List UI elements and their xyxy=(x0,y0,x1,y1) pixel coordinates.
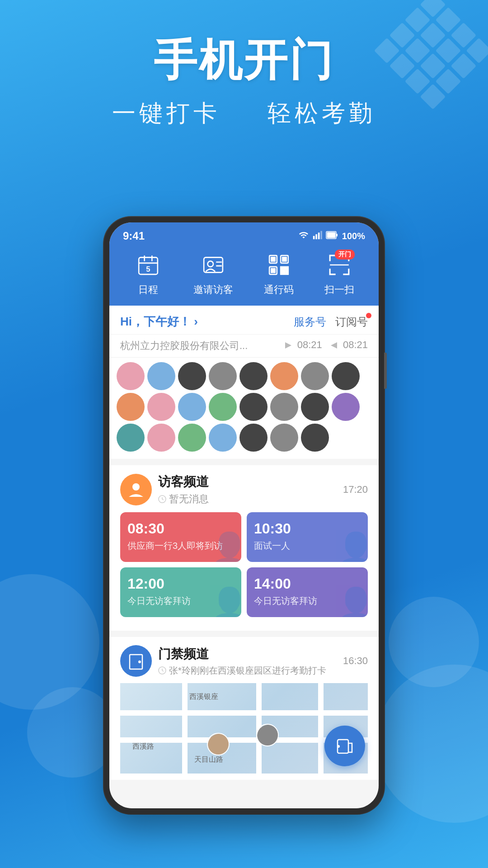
svg-rect-3 xyxy=(320,231,322,239)
msg-text: 杭州立力控胶股份有限公司... xyxy=(120,339,248,353)
subscribe-dot xyxy=(366,313,371,318)
svg-rect-6 xyxy=(327,232,335,238)
avatar[interactable] xyxy=(178,424,206,452)
tab-service[interactable]: 服务号 xyxy=(294,315,326,329)
event-card-0[interactable]: 08:30 供应商一行3人即将到访 👤 xyxy=(120,512,241,562)
svg-rect-23 xyxy=(284,267,288,269)
bg-circle-4 xyxy=(389,597,479,687)
avatar-row-1 xyxy=(117,362,371,390)
svg-rect-20 xyxy=(282,257,286,261)
avatar[interactable] xyxy=(239,362,267,390)
status-time: 9:41 xyxy=(123,230,145,242)
door-channel: 门禁频道 张*玲刚刚在西溪银座园区进行考勤打卡 16:30 xyxy=(109,637,379,780)
phone-side-button xyxy=(384,353,387,389)
sub-title-part2: 轻松考勤 xyxy=(267,100,376,126)
avatar[interactable] xyxy=(301,362,329,390)
signal-icon xyxy=(312,230,322,242)
hero-section: 手机开门 一键打卡 轻松考勤 xyxy=(0,36,488,129)
status-icons: 100% xyxy=(299,230,365,242)
app-nav: 5 日程 xyxy=(109,250,379,297)
event-bg-icon-3: 👤 xyxy=(336,585,368,617)
event-bg-icon-1: 👤 xyxy=(336,530,368,562)
avatar[interactable] xyxy=(147,362,175,390)
visitor-channel-time: 17:20 xyxy=(343,484,368,495)
event-cards: 08:30 供应商一行3人即将到访 👤 10:30 面试一人 👤 12:00 今… xyxy=(120,512,368,624)
avatar[interactable] xyxy=(332,393,360,421)
scan-icon: 开门 xyxy=(325,250,354,279)
nav-label-schedule: 日程 xyxy=(138,283,158,297)
tab-subscribe[interactable]: 订阅号 xyxy=(335,315,368,329)
battery-pct: 100% xyxy=(342,231,365,241)
sub-title-part1: 一键打卡 xyxy=(112,100,221,126)
scan-badge: 开门 xyxy=(335,250,355,259)
avatar[interactable] xyxy=(117,393,145,421)
message-preview[interactable]: 杭州立力控胶股份有限公司... 08:21 08:21 xyxy=(109,335,379,358)
msg-time2: 08:21 xyxy=(329,339,368,353)
event-bg-icon-2: 👤 xyxy=(210,585,241,617)
nav-label-pass: 通行码 xyxy=(264,283,294,297)
avatar[interactable] xyxy=(209,393,237,421)
avatar[interactable] xyxy=(239,424,267,452)
event-card-2[interactable]: 12:00 今日无访客拜访 👤 xyxy=(120,567,241,617)
avatar[interactable] xyxy=(178,393,206,421)
door-channel-header: 门禁频道 张*玲刚刚在西溪银座园区进行考勤打卡 16:30 xyxy=(120,645,368,677)
avatar[interactable] xyxy=(209,424,237,452)
svg-rect-0 xyxy=(313,236,315,239)
section-divider xyxy=(109,459,379,465)
fab-button[interactable] xyxy=(324,726,365,766)
visitor-channel-avatar xyxy=(120,474,152,505)
greeting-text[interactable]: Hi，下午好！ › xyxy=(120,314,198,330)
door-channel-name: 门禁频道 xyxy=(158,646,337,663)
event-card-3[interactable]: 14:00 今日无访客拜访 👤 xyxy=(247,567,368,617)
svg-point-27 xyxy=(132,483,140,491)
avatar[interactable] xyxy=(117,362,145,390)
door-channel-info: 门禁频道 张*玲刚刚在西溪银座园区进行考勤打卡 xyxy=(158,646,337,677)
phone-screen: 9:41 xyxy=(109,222,379,808)
svg-point-33 xyxy=(337,745,340,748)
status-bar: 9:41 xyxy=(109,222,379,246)
calendar-icon: 5 xyxy=(134,250,163,279)
svg-rect-5 xyxy=(336,234,338,236)
avatar[interactable] xyxy=(301,424,329,452)
avatar[interactable] xyxy=(301,393,329,421)
svg-rect-22 xyxy=(281,267,283,269)
svg-text:5: 5 xyxy=(146,265,150,274)
svg-rect-19 xyxy=(271,257,275,261)
nav-item-pass[interactable]: 通行码 xyxy=(264,250,294,297)
section-divider-2 xyxy=(109,631,379,637)
avatar-row-2 xyxy=(117,393,371,421)
bg-circle-3 xyxy=(375,665,488,823)
door-channel-avatar xyxy=(120,645,152,677)
svg-rect-21 xyxy=(271,269,275,272)
nav-item-schedule[interactable]: 5 日程 xyxy=(134,250,163,297)
nav-item-invite[interactable]: 邀请访客 xyxy=(193,250,233,297)
event-card-1[interactable]: 10:30 面试一人 👤 xyxy=(247,512,368,562)
avatar[interactable] xyxy=(270,362,298,390)
bg-circle-1 xyxy=(0,574,99,710)
visitor-channel-sub: 暂无消息 xyxy=(158,492,337,506)
avatar[interactable] xyxy=(270,393,298,421)
visitor-channel: 访客频道 暂无消息 17:20 08:30 供应商一行3人即将到访 xyxy=(109,465,379,631)
msg-time1: 08:21 xyxy=(284,339,322,353)
avatar[interactable] xyxy=(117,424,145,452)
avatar-row-3 xyxy=(117,424,371,452)
event-bg-icon-0: 👤 xyxy=(210,530,241,562)
nav-item-scan[interactable]: 开门 扫一扫 xyxy=(324,250,354,297)
phone-frame: 9:41 xyxy=(104,217,384,814)
avatar-grid xyxy=(109,358,379,459)
avatar[interactable] xyxy=(147,393,175,421)
avatar[interactable] xyxy=(147,424,175,452)
door-channel-sub: 张*玲刚刚在西溪银座园区进行考勤打卡 xyxy=(158,665,337,677)
wifi-icon xyxy=(299,230,309,242)
avatar[interactable] xyxy=(209,362,237,390)
door-channel-time: 16:30 xyxy=(343,655,368,667)
avatar[interactable] xyxy=(270,424,298,452)
visitor-channel-info: 访客频道 暂无消息 xyxy=(158,473,337,506)
svg-point-30 xyxy=(138,660,141,663)
svg-rect-25 xyxy=(286,270,288,274)
avatar[interactable] xyxy=(332,362,360,390)
avatar[interactable] xyxy=(239,393,267,421)
phone-mockup: 9:41 xyxy=(104,217,384,814)
avatar[interactable] xyxy=(178,362,206,390)
svg-rect-24 xyxy=(281,270,285,274)
